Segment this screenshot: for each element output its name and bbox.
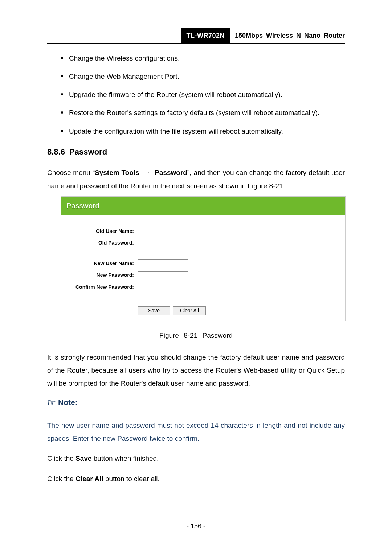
save-button[interactable]: Save [138,306,170,315]
new-password-input[interactable] [138,271,188,279]
bullet-list: Change the Wireless configurations. Chan… [47,52,345,138]
confirm-new-password-label: Confirm New Password: [65,282,138,292]
clear-bold: Clear All [75,475,103,483]
section-title: Password [69,147,107,156]
list-item: Upgrade the firmware of the Router (syst… [61,88,345,101]
text: Click the [47,455,75,462]
save-bold: Save [75,455,91,462]
old-password-input[interactable] [138,239,188,247]
divider [61,303,345,303]
page-number: - 156 - [0,520,392,532]
new-user-name-label: New User Name: [65,259,138,268]
figure-caption: Figure 8-21 Password [47,329,345,342]
section-heading: 8.8.6 Password [47,144,345,160]
new-password-label: New Password: [65,270,138,280]
text: button when finished. [92,455,159,462]
list-item: Restore the Router's settings to factory… [61,106,345,119]
clear-all-button[interactable]: Clear All [173,306,206,315]
text: Click the [47,475,75,483]
panel-title: Password [61,197,345,215]
note-heading: ☞Note: [47,394,345,412]
list-item: Change the Wireless configurations. [61,52,345,65]
note-body: The new user name and password must not … [47,419,345,445]
old-user-name-input[interactable] [138,227,188,235]
save-instruction: Click the Save button when finished. [47,452,345,465]
list-item: Update the configuration with the file (… [61,125,345,138]
arrow-icon: → [143,169,150,176]
old-password-label: Old Password: [65,238,138,248]
menu-system-tools: System Tools [95,169,139,176]
recommendation-paragraph: It is strongly recommended that you shou… [47,351,345,390]
model-badge: TL-WR702N [181,28,230,43]
intro-paragraph: Choose menu “System Tools → Password”, a… [47,166,345,192]
document-header: TL-WR702N 150Mbps Wireless N Nano Router [47,28,345,44]
password-panel: Password Old User Name: Old Password: Ne… [61,196,346,321]
section-number: 8.8.6 [47,147,65,156]
menu-password: Password [155,169,187,176]
old-user-name-label: Old User Name: [65,226,138,236]
model-description: 150Mbps Wireless N Nano Router [230,28,345,43]
intro-text: Choose menu “ [47,169,95,176]
text: button to clear all. [103,475,160,483]
confirm-new-password-input[interactable] [138,283,188,291]
list-item: Change the Web Management Port. [61,70,345,83]
note-heading-text: Note: [58,398,78,406]
new-user-name-input[interactable] [138,259,188,267]
pointing-hand-icon: ☞ [47,394,56,412]
clear-instruction: Click the Clear All button to clear all. [47,472,345,485]
